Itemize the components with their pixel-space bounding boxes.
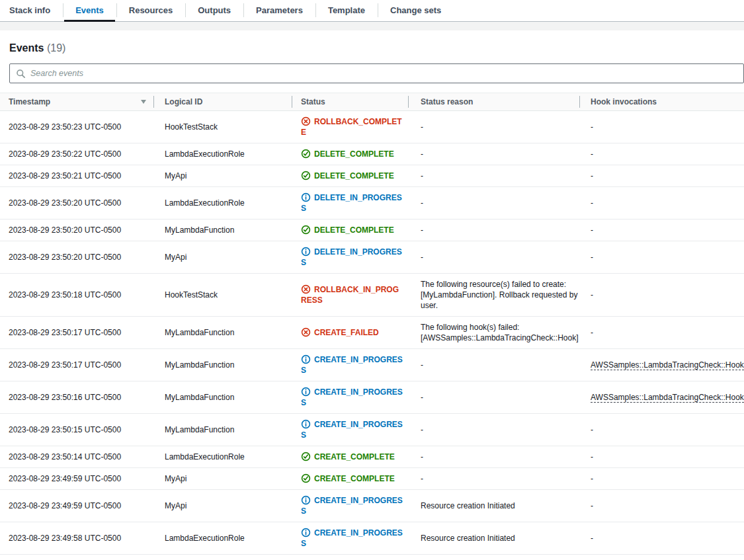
status-cell: CREATE_FAILED (292, 317, 408, 349)
status-cell: CREATE_IN_PROGRESS (292, 522, 408, 555)
status-reason-cell: - (408, 446, 579, 468)
timestamp-cell: 2023-08-29 23:50:20 UTC-0500 (0, 241, 153, 274)
logical-id-cell: HookTestStack (153, 111, 292, 143)
status-reason-cell: - (408, 241, 579, 274)
sort-descending-icon[interactable] (141, 100, 146, 104)
logical-id-cell: MyLambdaFunction (153, 220, 292, 241)
status-success-icon (301, 452, 311, 461)
logical-id-cell: MyLambdaFunction (153, 381, 292, 414)
status-reason-cell: - (408, 165, 579, 187)
status-reason-cell: - (408, 381, 579, 414)
column-header-status[interactable]: Status (292, 93, 408, 111)
logical-id-cell: MyLambdaFunction (153, 317, 292, 349)
status-success-icon (301, 171, 311, 180)
column-header-logical-id[interactable]: Logical ID (153, 93, 292, 111)
column-header-label: Hook invocations (591, 97, 657, 106)
status-cell: CREATE_IN_PROGRESS (292, 555, 408, 560)
status-indicator: ROLLBACK_COMPLETE (301, 117, 402, 137)
tab-parameters[interactable]: Parameters (243, 0, 315, 21)
event-row: 2023-08-29 23:50:18 UTC-0500HookTestStac… (0, 274, 744, 317)
hook-invocation-link[interactable]: AWSSamples::LambdaTracingCheck::Hook (591, 360, 744, 370)
timestamp-cell: 2023-08-29 23:50:18 UTC-0500 (0, 274, 153, 317)
status-cell: DELETE_COMPLETE (292, 220, 408, 241)
status-label: DELETE_COMPLETE (314, 149, 394, 159)
logical-id-cell: LambdaExecutionRole (153, 187, 292, 220)
status-info-icon (301, 495, 311, 505)
logical-id-cell: MyApi (153, 468, 292, 490)
status-info-icon (301, 419, 311, 429)
status-reason-cell: - (408, 187, 579, 220)
status-indicator: CREATE_IN_PROGRESS (301, 387, 403, 407)
timestamp-cell: 2023-08-29 23:50:23 UTC-0500 (0, 111, 153, 143)
event-row: 2023-08-29 23:49:59 UTC-0500MyApiCREATE_… (0, 468, 744, 490)
logical-id-cell: LambdaExecutionRole (153, 143, 292, 165)
tab-template[interactable]: Template (315, 0, 378, 21)
status-success-icon (301, 225, 311, 235)
status-label: CREATE_IN_PROGRESS (301, 496, 403, 516)
status-label: CREATE_FAILED (314, 328, 379, 337)
tab-resources[interactable]: Resources (116, 0, 185, 21)
status-indicator: DELETE_IN_PROGRESS (301, 193, 402, 213)
tab-outputs[interactable]: Outputs (185, 0, 243, 21)
status-reason-cell: Resource creation Initiated (408, 490, 579, 522)
status-indicator: CREATE_IN_PROGRESS (301, 355, 403, 375)
tab-stack-info[interactable]: Stack info (9, 0, 63, 21)
status-indicator: CREATE_COMPLETE (301, 452, 395, 461)
logical-id-cell: HookTestStack (153, 274, 292, 317)
timestamp-cell: 2023-08-29 23:50:22 UTC-0500 (0, 143, 153, 165)
status-info-icon (301, 354, 311, 364)
status-reason-cell: - (408, 414, 579, 446)
timestamp-cell: 2023-08-29 23:50:20 UTC-0500 (0, 220, 153, 241)
status-cell: ROLLBACK_IN_PROGRESS (292, 274, 408, 317)
status-reason-cell: - (408, 111, 579, 143)
column-header-label: Logical ID (165, 97, 202, 106)
event-row: 2023-08-29 23:50:21 UTC-0500MyApiDELETE_… (0, 165, 744, 187)
event-row: 2023-08-29 23:50:22 UTC-0500LambdaExecut… (0, 143, 744, 165)
tab-bar: Stack infoEventsResourcesOutputsParamete… (0, 0, 744, 22)
event-row: 2023-08-29 23:50:23 UTC-0500HookTestStac… (0, 111, 744, 143)
status-reason-cell: - (408, 555, 579, 560)
status-reason-cell: - (408, 349, 579, 381)
status-reason-cell: - (408, 220, 579, 241)
status-indicator: CREATE_COMPLETE (301, 474, 395, 483)
logical-id-cell: LambdaExecutionRole (153, 522, 292, 555)
hook-invocations-cell: - (579, 446, 744, 468)
status-cell: CREATE_COMPLETE (292, 446, 408, 468)
status-label: ROLLBACK_COMPLETE (301, 117, 402, 137)
column-header-hook-invocations[interactable]: Hook invocations (579, 93, 744, 111)
status-cell: DELETE_COMPLETE (292, 165, 408, 187)
tab-events[interactable]: Events (63, 0, 116, 21)
search-input[interactable] (30, 69, 743, 78)
status-cell: DELETE_IN_PROGRESS (292, 187, 408, 220)
table-header-row: TimestampLogical IDStatusStatus reasonHo… (0, 93, 744, 111)
status-reason-cell: The following hook(s) failed: [AWSSample… (408, 317, 579, 349)
hook-invocations-cell: - (579, 468, 744, 490)
event-row: 2023-08-29 23:50:20 UTC-0500MyApiDELETE_… (0, 241, 744, 274)
search-icon (16, 69, 26, 79)
status-label: CREATE_IN_PROGRESS (301, 387, 403, 407)
status-label: CREATE_COMPLETE (314, 474, 395, 483)
status-success-icon (301, 149, 311, 159)
status-label: CREATE_IN_PROGRESS (301, 528, 403, 548)
column-header-timestamp[interactable]: Timestamp (0, 93, 153, 111)
logical-id-cell: LambdaExecutionRole (153, 555, 292, 560)
hook-invocation-link[interactable]: AWSSamples::LambdaTracingCheck::Hook (591, 393, 744, 403)
hook-invocations-cell: - (579, 555, 744, 560)
status-indicator: DELETE_IN_PROGRESS (301, 247, 402, 267)
hook-invocations-cell: AWSSamples::LambdaTracingCheck::Hook (579, 349, 744, 381)
timestamp-cell: 2023-08-29 23:49:59 UTC-0500 (0, 468, 153, 490)
tab-change-sets[interactable]: Change sets (378, 0, 454, 21)
timestamp-cell: 2023-08-29 23:50:17 UTC-0500 (0, 317, 153, 349)
column-header-status-reason[interactable]: Status reason (408, 93, 579, 111)
timestamp-cell: 2023-08-29 23:49:58 UTC-0500 (0, 522, 153, 555)
status-indicator: CREATE_IN_PROGRESS (301, 496, 403, 516)
status-cell: CREATE_IN_PROGRESS (292, 381, 408, 414)
event-row: 2023-08-29 23:50:17 UTC-0500MyLambdaFunc… (0, 349, 744, 381)
hook-invocations-cell: - (579, 490, 744, 522)
hook-invocations-cell: - (579, 522, 744, 555)
events-title: Events (9, 42, 44, 54)
hook-invocations-cell: AWSSamples::LambdaTracingCheck::Hook (579, 381, 744, 414)
status-error-icon (301, 327, 311, 337)
status-info-icon (301, 387, 311, 397)
timestamp-cell: 2023-08-29 23:50:20 UTC-0500 (0, 187, 153, 220)
